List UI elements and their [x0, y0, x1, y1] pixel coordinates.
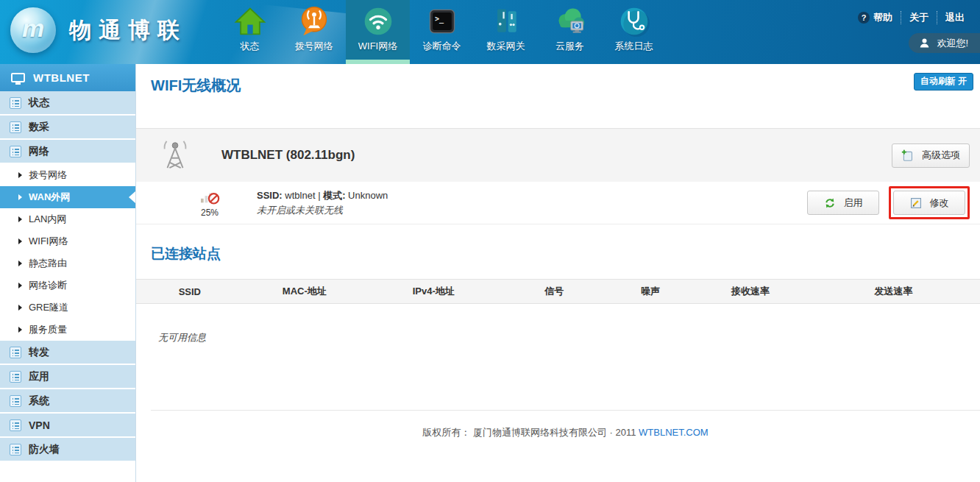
ssid-value: wtblnet — [285, 190, 315, 201]
logout-label: 退出 — [945, 11, 965, 24]
tab-dialup-network[interactable]: 拨号网络 — [282, 0, 346, 64]
sidebar-item-label: GRE隧道 — [29, 301, 68, 314]
tab-label: 系统日志 — [615, 40, 653, 53]
sidebar-item-system[interactable]: 系统 — [0, 389, 135, 414]
sidebar-item-label: WIFI网络 — [29, 235, 68, 248]
list-icon — [10, 419, 21, 431]
signal-disabled-icon — [199, 188, 220, 206]
sidebar-item-label: 应用 — [29, 370, 49, 383]
about-label: 关于 — [909, 11, 928, 24]
main-content: WIFI无线概况 自动刷新 开 WTBLNET (802.11bgn) 高级选项 — [136, 64, 980, 482]
header-utility-links: ? 帮助 关于 退出 — [850, 11, 973, 24]
signal-block: 25% — [193, 188, 226, 218]
sidebar-subitem-dialup-network[interactable]: 拨号网络 — [0, 164, 135, 186]
tab-wifi-network[interactable]: WIFI网络 — [346, 0, 410, 64]
sidebar-item-label: 静态路由 — [29, 257, 67, 270]
advanced-options-button[interactable]: 高级选项 — [892, 143, 970, 168]
note-plus-icon — [901, 149, 914, 162]
home-icon — [234, 4, 266, 39]
triangle-icon — [18, 283, 22, 288]
triangle-icon — [18, 194, 22, 200]
mode-label: 模式: — [323, 190, 345, 201]
sidebar: WTBLNET 状态 数采 网络 拨号网络 WAN外网 LAN内网 WIFI网络… — [0, 64, 136, 482]
triangle-icon — [18, 305, 22, 311]
list-icon — [10, 347, 21, 358]
welcome-badge[interactable]: 欢迎您! — [909, 33, 980, 53]
footer-link[interactable]: WTBLNET.COM — [639, 427, 709, 438]
tab-label: 诊断命令 — [423, 40, 461, 53]
svg-text:>_: >_ — [434, 15, 444, 24]
sidebar-item-network[interactable]: 网络 — [0, 140, 135, 164]
tab-status[interactable]: 状态 — [218, 0, 282, 64]
triangle-icon — [18, 261, 22, 266]
sidebar-item-data-collection[interactable]: 数采 — [0, 116, 135, 140]
help-link[interactable]: ? 帮助 — [850, 11, 901, 24]
triangle-icon — [18, 216, 22, 222]
modify-label: 修改 — [930, 196, 949, 210]
monitor-icon — [11, 73, 25, 82]
sidebar-subitem-wifi-network[interactable]: WIFI网络 — [0, 230, 135, 252]
sidebar-item-status[interactable]: 状态 — [0, 91, 135, 116]
enable-button[interactable]: 启用 — [807, 191, 879, 215]
sidebar-item-label: 系统 — [29, 394, 49, 408]
help-label: 帮助 — [873, 11, 892, 24]
sidebar-item-vpn[interactable]: VPN — [0, 414, 135, 438]
sidebar-device-header: WTBLNET — [0, 64, 135, 91]
list-icon — [10, 97, 21, 109]
welcome-label: 欢迎您! — [937, 37, 968, 50]
signal-percent: 25% — [201, 208, 219, 218]
gateway-devices-icon — [490, 4, 522, 39]
connected-stations-table: SSID MAC-地址 IPv4-地址 信号 噪声 接收速率 发送速率 — [136, 279, 980, 304]
wifi-status-note: 未开启或未关联无线 — [257, 203, 388, 218]
sidebar-subitem-network-diagnostics[interactable]: 网络诊断 — [0, 274, 135, 297]
sidebar-subitem-wan[interactable]: WAN外网 — [0, 186, 135, 208]
sidebar-item-firewall[interactable]: 防火墙 — [0, 438, 135, 462]
sidebar-item-label: LAN内网 — [29, 213, 66, 226]
brand-logo: m 物通博联 — [10, 7, 187, 53]
tab-label: 拨号网络 — [295, 40, 333, 53]
sidebar-subitem-qos[interactable]: 服务质量 — [0, 319, 135, 341]
col-signal: 信号 — [502, 280, 607, 304]
top-navigation: 状态 拨号网络 — [218, 0, 666, 64]
triangle-icon — [18, 172, 22, 178]
tab-data-gateway[interactable]: 数采网关 — [474, 0, 538, 64]
sidebar-subitem-lan[interactable]: LAN内网 — [0, 208, 135, 230]
brand-name: 物通博联 — [69, 15, 187, 46]
sidebar-item-label: WAN外网 — [29, 191, 70, 204]
auto-refresh-toggle[interactable]: 自动刷新 开 — [914, 73, 973, 91]
list-icon — [10, 146, 21, 157]
sidebar-subitem-static-routes[interactable]: 静态路由 — [0, 252, 135, 274]
tab-system-log[interactable]: 系统日志 — [602, 0, 666, 64]
sidebar-subitem-gre-tunnel[interactable]: GRE隧道 — [0, 297, 135, 319]
advanced-options-label: 高级选项 — [922, 149, 960, 162]
table-header-row: SSID MAC-地址 IPv4-地址 信号 噪声 接收速率 发送速率 — [136, 280, 980, 304]
app-header: m 物通博联 状态 — [0, 0, 980, 64]
sidebar-item-label: 网络诊断 — [29, 279, 67, 292]
sidebar-item-label: 状态 — [29, 96, 49, 110]
stethoscope-icon — [618, 4, 650, 39]
tab-label: 云服务 — [555, 40, 584, 53]
ssid-line: SSID: wtblnet | 模式: Unknown — [257, 188, 388, 203]
ssid-label: SSID: — [257, 190, 283, 201]
enable-label: 启用 — [844, 196, 863, 210]
list-icon — [10, 371, 21, 383]
modify-button[interactable]: 修改 — [893, 191, 965, 215]
sidebar-item-label: VPN — [29, 419, 50, 431]
sidebar-item-applications[interactable]: 应用 — [0, 365, 135, 389]
broadcast-bubble-icon — [298, 4, 330, 39]
logout-link[interactable]: 退出 — [937, 11, 973, 24]
device-name: WTBLNET — [33, 71, 90, 84]
wifi-action-buttons: 启用 修改 — [807, 186, 970, 219]
connected-stations-heading: 已连接站点 — [151, 244, 980, 263]
tab-label: 状态 — [241, 40, 260, 53]
list-icon — [10, 395, 21, 407]
sidebar-item-forwarding[interactable]: 转发 — [0, 341, 135, 365]
antenna-icon — [160, 138, 191, 172]
tab-diagnostic-commands[interactable]: >_ 诊断命令 — [410, 0, 474, 64]
list-icon — [10, 444, 21, 456]
col-rx-rate: 接收速率 — [694, 280, 807, 304]
tab-cloud-service[interactable]: 云服务 — [538, 0, 602, 64]
about-link[interactable]: 关于 — [901, 11, 937, 24]
mode-value: Unknown — [348, 190, 388, 201]
empty-table-note: 无可用信息 — [158, 331, 980, 344]
